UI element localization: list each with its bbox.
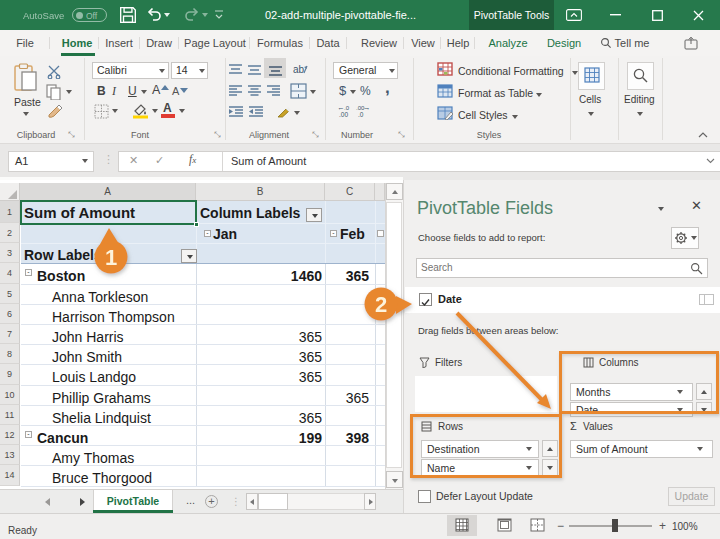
svg-text:.0: .0 xyxy=(358,111,364,118)
svg-text:.00: .00 xyxy=(339,111,348,118)
svg-text:.0: .0 xyxy=(344,105,350,111)
svg-text:→: → xyxy=(363,103,371,112)
svg-text:ab: ab xyxy=(293,64,305,75)
